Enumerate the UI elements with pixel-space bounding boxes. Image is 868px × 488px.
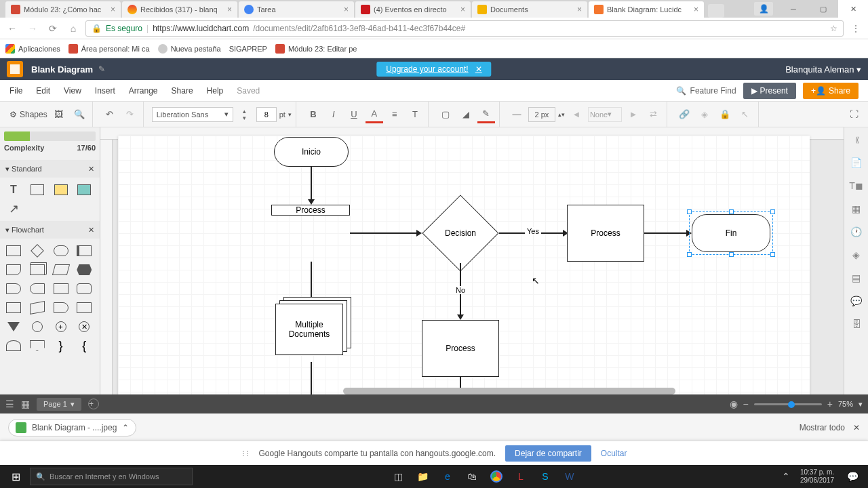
font-size-input[interactable] [256, 107, 277, 122]
connector[interactable] [644, 232, 688, 234]
fc-or-shape[interactable]: ✕ [75, 319, 94, 335]
add-page-icon[interactable]: + [88, 399, 99, 409]
fc-shp[interactable] [75, 300, 94, 316]
redo-icon[interactable]: ↷ [121, 106, 139, 123]
browser-profile-icon[interactable]: 👤 [754, 2, 773, 16]
fc-process-shape[interactable] [4, 243, 23, 259]
fc-shp[interactable] [4, 338, 23, 354]
menu-help[interactable]: Help [207, 86, 224, 96]
process-shape[interactable]: Process [567, 205, 644, 262]
arrow-end-icon[interactable]: ► [625, 106, 642, 123]
terminator-fin[interactable]: Fin [692, 214, 770, 252]
apps-button[interactable]: Aplicaciones [5, 44, 60, 54]
canvas[interactable]: Inicio Process Decision [100, 127, 844, 394]
menu-insert[interactable]: Insert [95, 86, 115, 96]
line-style-icon[interactable]: — [508, 106, 526, 123]
browser-tab[interactable]: Tarea× [239, 1, 354, 18]
fullscreen-icon[interactable]: ⛶ [845, 106, 863, 123]
shapes-button[interactable]: Shapes [20, 110, 47, 119]
multidoc-shape[interactable]: Multiple Documents [275, 304, 349, 362]
fill-select[interactable]: None ▾ [588, 107, 622, 122]
connector[interactable] [311, 262, 312, 300]
line-width-input[interactable]: 2 px [528, 107, 555, 122]
user-menu[interactable]: Blanquita Aleman ▾ [785, 64, 861, 75]
process-shape[interactable]: Process [422, 320, 499, 377]
chevron-up-icon[interactable]: ⌃ [122, 423, 129, 432]
cursor-icon[interactable]: ↖ [736, 106, 754, 123]
download-item[interactable]: Blank Diagram - ....jpeg ⌃ [8, 419, 136, 436]
font-select[interactable]: Liberation Sans▾ [152, 107, 233, 122]
close-icon[interactable]: ✕ [88, 165, 94, 174]
chrome-icon[interactable] [486, 467, 507, 486]
edit-title-icon[interactable]: ✎ [98, 64, 105, 74]
section-standard[interactable]: ▾ Standard ✕ [0, 160, 100, 178]
terminator-inicio[interactable]: Inicio [274, 137, 349, 167]
zoom-out-icon[interactable]: − [743, 399, 749, 409]
layers-icon[interactable]: ◈ [696, 106, 713, 123]
skype-icon[interactable]: S [535, 467, 555, 486]
back-icon[interactable]: ← [4, 20, 20, 37]
presentation-icon[interactable]: ▦ [850, 202, 863, 216]
forward-icon[interactable]: → [24, 20, 41, 37]
fc-shp[interactable] [28, 338, 47, 354]
bookmark-item[interactable]: Módulo 23: Editar pe [275, 44, 357, 54]
text-color-icon[interactable]: A [366, 106, 383, 123]
edge-icon[interactable]: e [437, 467, 458, 486]
present-button[interactable]: ▶ Present [743, 83, 796, 99]
edge-label-yes[interactable]: Yes [525, 227, 541, 235]
section-flowchart[interactable]: ▾ Flowchart ✕ [0, 221, 100, 239]
line-route-icon[interactable]: ⇄ [645, 106, 663, 123]
diagram-page[interactable]: Inicio Process Decision [118, 136, 810, 394]
zoom-in-icon[interactable]: + [827, 399, 833, 409]
notifications-icon[interactable]: 💬 [842, 467, 863, 486]
zoom-value[interactable]: 75% [838, 400, 853, 408]
link-icon[interactable]: 🔗 [675, 106, 693, 123]
windows-search-input[interactable]: 🔍 Buscar en Internet y en Windows [30, 468, 193, 485]
bookmark-item[interactable]: SIGAPREP [229, 45, 267, 53]
fc-tri-shape[interactable] [4, 319, 23, 335]
collapse-icon[interactable]: ⟨⟨ [850, 133, 863, 146]
close-icon[interactable]: × [460, 5, 465, 14]
task-view-icon[interactable]: ◫ [389, 467, 409, 486]
border-icon[interactable]: ▢ [437, 106, 454, 123]
gear-icon[interactable]: ⚙ [9, 110, 17, 119]
fc-predef-shape[interactable] [75, 243, 94, 259]
store-icon[interactable]: 🛍 [462, 467, 482, 486]
fc-brace-shape[interactable]: } [52, 338, 71, 354]
close-icon[interactable]: × [111, 5, 115, 14]
block-shape[interactable] [75, 182, 94, 198]
connector[interactable] [350, 232, 418, 234]
fc-circle-shape[interactable] [28, 319, 47, 335]
show-all-downloads[interactable]: Mostrar todo [800, 423, 845, 432]
edge-label-no[interactable]: No [454, 286, 467, 294]
browser-tab[interactable]: Blank Diagram: Lucidc× [589, 1, 704, 18]
fc-multidoc-shape[interactable] [28, 262, 47, 278]
fc-brace-shape[interactable]: { [75, 338, 94, 354]
bookmark-item[interactable]: Nueva pestaña [158, 44, 221, 54]
size-stepper[interactable]: ▴▾ [236, 106, 254, 123]
stop-sharing-button[interactable]: Dejar de compartir [505, 445, 591, 462]
document-title[interactable]: Blank Diagram [31, 64, 93, 75]
close-icon[interactable]: ✕ [853, 423, 860, 432]
star-icon[interactable]: ☆ [830, 24, 837, 33]
align-icon[interactable]: ≡ [386, 106, 403, 123]
word-icon[interactable]: W [559, 467, 580, 486]
reload-icon[interactable]: ⟳ [45, 20, 61, 37]
zoom-slider[interactable] [754, 403, 822, 405]
close-icon[interactable]: × [344, 5, 349, 14]
master-pages-icon[interactable]: ▤ [850, 271, 863, 285]
list-view-icon[interactable]: ☰ [5, 399, 14, 409]
menu-icon[interactable]: ⋮ [848, 20, 864, 37]
process-shape[interactable]: Process [271, 205, 350, 216]
note-shape[interactable] [52, 182, 71, 198]
close-icon[interactable]: ✕ [475, 64, 482, 74]
close-button[interactable]: ✕ [838, 0, 868, 18]
text-settings-icon[interactable]: T◼ [850, 179, 863, 192]
menu-arrange[interactable]: Arrange [129, 86, 158, 96]
bold-icon[interactable]: B [304, 106, 322, 123]
grid-view-icon[interactable]: ▦ [21, 399, 30, 409]
url-input[interactable]: 🔒 Es seguro | https://www.lucidchart.com… [85, 20, 844, 37]
fc-shp[interactable] [28, 281, 47, 297]
horizontal-scrollbar[interactable] [343, 388, 675, 394]
close-icon[interactable]: × [577, 5, 582, 14]
